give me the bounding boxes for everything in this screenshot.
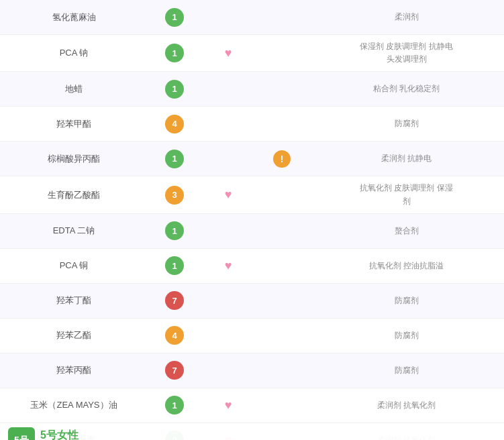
score-column: 3 [148,186,201,205]
warning-icon: ! [273,150,291,168]
ingredient-name: 生育酚乙酸酯 [0,184,148,207]
function-column: 柔润剂 [309,5,504,29]
score-badge: 1 [165,8,184,27]
score-column: 4 [148,326,201,345]
score-column: 7 [148,361,201,380]
ingredient-name: PCA 钠 [0,42,148,64]
table-row: 羟苯乙酯4防腐剂 [0,319,504,353]
ingredient-name: 羟苯甲酯 [0,113,148,135]
score-badge: 1 [165,396,184,415]
ingredient-name: 玉米（ZEA MAYS）油 [0,394,148,417]
function-column: 保湿剂 皮肤调理剂 抗静电 头发调理剂 [309,35,504,71]
score-badge: 1 [165,150,184,168]
score-column: 1 [148,396,201,415]
ingredient-name: 羟苯丁酯 [0,289,148,312]
ingredient-name: PCA 铜 [0,254,148,277]
table-row: PCA 铜1♥抗氧化剂 控油抗脂溢 [0,249,504,284]
table-row: 生育酚乙酸酯3♥抗氧化剂 皮肤调理剂 保湿 剂 [0,176,504,213]
table-row: PCA 钠1♥保湿剂 皮肤调理剂 抗静电 头发调理剂 [0,35,504,72]
ingredient-name: 羟苯乙酯 [0,324,148,347]
table-row: 地蜡1粘合剂 乳化稳定剂 [0,72,504,107]
function-column: 柔润剂 抗氧化剂 [309,394,504,417]
ingredient-name: 羟苯丙酯 [0,359,148,382]
function-column: 防腐剂 [309,324,504,347]
table-row: EDTA 二钠1螯合剂 [0,214,504,249]
footer-title: 5号女性 [40,429,96,440]
score-badge: 1 [165,221,184,240]
score-badge: 7 [165,291,184,310]
ingredient-table: 氢化蓖麻油1柔润剂PCA 钠1♥保湿剂 皮肤调理剂 抗静电 头发调理剂地蜡1粘合… [0,0,504,440]
score-column: 1 [148,221,201,240]
ingredient-name: 地蜡 [0,78,148,101]
score-column: 7 [148,291,201,310]
heart-icon: ♥ [225,188,232,202]
score-column: 1 [148,150,201,168]
score-column: 1 [148,44,201,62]
warning-column: ! [255,150,309,168]
function-column: 螯合剂 [309,219,504,243]
ingredient-name: 棕榈酸异丙酯 [0,148,148,170]
function-column: 防腐剂 [309,289,504,313]
ingredient-name: EDTA 二钠 [0,219,148,242]
function-column: 防腐剂 [309,112,504,135]
function-column: 柔润剂 抗静电 [309,147,504,170]
score-badge: 4 [165,115,184,133]
heart-icon: ♥ [225,259,232,273]
table-row: 玉米（ZEA MAYS）油1♥柔润剂 抗氧化剂 [0,388,504,423]
function-column: 抗氧化剂 控油抗脂溢 [309,254,504,278]
table-row: 氢化蓖麻油1柔润剂 [0,0,504,35]
score-column: 1 [148,80,201,99]
score-badge: 1 [165,256,184,275]
score-badge: 7 [165,361,184,380]
score-column: 1 [148,256,201,275]
footer-text-block: 5号女性 公众号：5号女性 [40,429,96,440]
score-badge: 3 [165,186,184,205]
heart-column: ♥ [201,188,255,202]
table-row: 羟苯甲酯4防腐剂 [0,107,504,142]
table-row: 羟苯丁酯7防腐剂 [0,284,504,319]
footer-bar: 5号 5号女性 公众号：5号女性 [0,423,504,440]
ingredient-name: 氢化蓖麻油 [0,6,148,29]
table-row: 羟苯丙酯7防腐剂 [0,353,504,388]
score-badge: 4 [165,326,184,345]
function-column: 防腐剂 [309,359,504,382]
heart-icon: ♥ [225,46,232,60]
function-column: 粘合剂 乳化稳定剂 [309,77,504,101]
heart-icon: ♥ [225,398,232,412]
score-column: 4 [148,115,201,133]
score-badge: 1 [165,80,184,99]
heart-column: ♥ [201,259,255,273]
footer-logo: 5号 [8,427,35,440]
heart-column: ♥ [201,398,255,412]
table-row: 棕榈酸异丙酯1!柔润剂 抗静电 [0,142,504,176]
score-badge: 1 [165,44,184,62]
function-column: 抗氧化剂 皮肤调理剂 保湿 剂 [309,176,504,213]
heart-column: ♥ [201,46,255,60]
score-column: 1 [148,8,201,27]
